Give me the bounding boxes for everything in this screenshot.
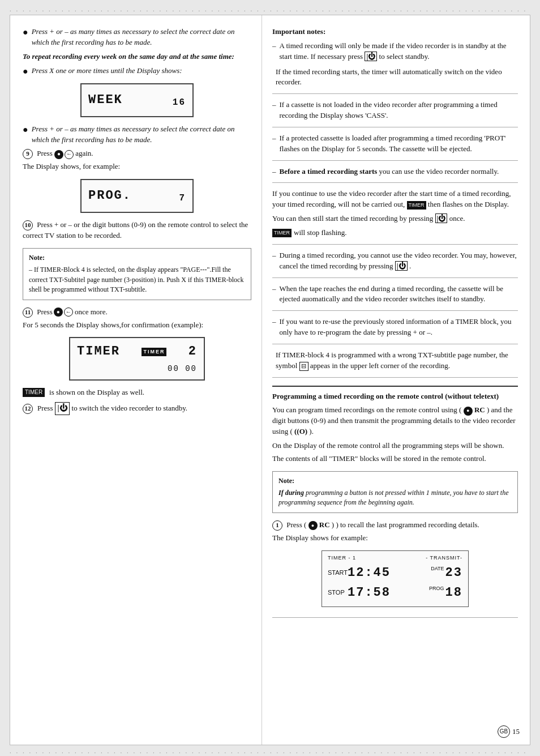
note-box-2: Note: If during programming a button is … [272, 471, 518, 513]
dash-9-text: If TIMER-block 4 is programmed with a wr… [276, 350, 518, 371]
timer-shown-line: TIMER is shown on the Display as well. [23, 387, 251, 398]
note-text-2: If during programming a button is not pr… [278, 488, 512, 508]
dash-1-text: A timed recording will only be made if t… [280, 41, 518, 62]
prog-display-num: 7 [179, 192, 186, 207]
dash-3-text: If a cassette is not loaded in the video… [280, 100, 518, 121]
page-footer: GB 15 [498, 725, 520, 738]
timer-shown-text: is shown on the Display as well. [49, 387, 144, 398]
bullet-1-icon: ● [23, 27, 28, 37]
step1-rc-text: Press ( ● RC ) ) to recall the last prog… [286, 520, 479, 529]
dash-item-7: – When the tape reaches the end during a… [272, 284, 518, 305]
rc-stop-label: STOP [328, 588, 348, 597]
step12-text: to switch the video recorder to standby. [72, 403, 188, 414]
prog-display-box: PROG. 7 [80, 179, 194, 213]
important-notes-title: Important notes: [272, 27, 518, 37]
week-display-text: WEEK [88, 91, 123, 109]
note-title-2: Note: [278, 476, 512, 486]
timer-badge-inline-1: TIMER [407, 201, 426, 210]
timer-num-display: 2 [188, 343, 197, 361]
timer-shown-badge: TIMER [23, 388, 45, 398]
step9-buttons: ● ← [54, 150, 74, 159]
rc-stop-row: STOP 17:58 PROG 18 [328, 584, 462, 602]
page-number: 15 [512, 727, 520, 737]
step9-line: 9 Press ● ← again. [23, 148, 251, 159]
dash-item-3: – If a cassette is not loaded in the vid… [272, 100, 518, 121]
bold-italic-line: To repeat recording every week on the sa… [23, 52, 251, 62]
step9-display-label: The Display shows, for example: [23, 161, 251, 172]
dash-item-5: – Before a timed recording starts you ca… [272, 166, 518, 177]
note-text-1: – If TIMER-Block 4 is selected, on the d… [29, 265, 245, 294]
step9-circle: 9 [23, 149, 33, 159]
power-icon: |⏻ [55, 402, 69, 415]
bullet-item-1: ● Press + or – as many times as necessar… [23, 27, 251, 48]
bullet-3-text: Press + or – as many times as necessary … [32, 124, 251, 146]
note-title-1: Note: [29, 253, 245, 263]
step10-text: Press + or – or the digit buttons (0-9) … [23, 220, 248, 240]
dash-item-9: If TIMER-block 4 is programmed with a wr… [272, 350, 518, 371]
rc-top-bar: TIMER - 1 - TRANSMIT- [328, 554, 462, 562]
divider-3 [272, 160, 518, 161]
dash-6-text: During a timed recording, you cannot use… [280, 250, 518, 272]
left-arrow-icon-2: ← [64, 307, 73, 317]
timer-dots-display: 00 00 [168, 363, 197, 374]
prog-display-text: PROG. [88, 187, 131, 205]
para-1-block: If you continue to use the video recorde… [272, 189, 518, 210]
step12-line: 12 Press |⏻ to switch the video recorder… [23, 402, 251, 415]
timer-display-box: TIMER TIMER 2 00 00 [69, 337, 205, 380]
dash-5-icon: – [272, 166, 276, 177]
divider-2 [272, 127, 518, 127]
week-display-num: 16 [173, 96, 186, 112]
dash-1-icon: – [272, 41, 276, 62]
step12-circle: 12 [23, 404, 33, 414]
divider-8 [272, 344, 518, 344]
dash-item-2: If the timed recording starts, the timer… [272, 67, 518, 88]
prog-para-2: On the Display of the remote control all… [272, 441, 518, 451]
step1-rc-line: 1 Press ( ● RC ) ) to recall the last pr… [272, 520, 518, 531]
step11-circle: 11 [23, 307, 33, 318]
note-box-1: Note: – If TIMER-Block 4 is selected, on… [23, 248, 251, 300]
bullet-item-3: ● Press + or – as many times as necessar… [23, 124, 251, 146]
timer-main-display: TIMER TIMER 2 [77, 343, 197, 361]
step11-text: once more. [75, 307, 108, 316]
top-decoration: . . . . . . . . . . . . . . . . . . . . … [10, 6, 530, 12]
rc-prog-label: PROG [429, 585, 444, 592]
rc-stop-time: 17:58 [348, 584, 429, 602]
rc-start-row: START 12:45 DATE 23 [328, 564, 462, 582]
dash-8-icon: – [272, 317, 276, 338]
divider-1 [272, 93, 518, 94]
timer-badge-display: TIMER [142, 348, 166, 356]
dash-5-text: Before a timed recording starts you can … [280, 166, 499, 177]
step11-display-label: For 5 seconds the Display shows,for conf… [23, 320, 251, 331]
prog-para-3: The contents of all "TIMER" blocks will … [272, 454, 518, 464]
bullet-2-text: Press X one or more times until the Disp… [32, 66, 182, 76]
step10-circle: 10 [23, 220, 33, 230]
programming-section: Programming a timed recording on the rem… [272, 386, 518, 618]
gb-badge: GB [498, 725, 510, 738]
rc-display-box: TIMER - 1 - TRANSMIT- START 12:45 DATE 2… [322, 550, 469, 608]
divider-5 [272, 244, 518, 245]
dash-4-icon: – [272, 133, 276, 155]
bullet-item-2: ● Press X one or more times until the Di… [23, 66, 251, 76]
left-column: ● Press + or – as many times as necessar… [10, 15, 262, 745]
rc-start-time: 12:45 [348, 564, 431, 582]
week-display-box: WEEK 16 [80, 83, 194, 117]
right-column: Important notes: – A timed recording wil… [262, 15, 528, 745]
power-icon-2: |⏻ [365, 52, 377, 61]
power-icon-3: |⏻ [435, 213, 448, 223]
para-2c-block: TIMER will stop flashing. [272, 228, 518, 238]
rc-prog-value: 18 [445, 584, 462, 602]
bullet-1-text: Press + or – as many times as necessary … [32, 27, 251, 48]
dash-item-6: – During a timed recording, you cannot u… [272, 250, 518, 272]
left-arrow-icon: ← [65, 150, 74, 159]
dash-6-icon: – [272, 250, 276, 272]
dash-4-text: If a protected cassette is loaded after … [280, 133, 518, 155]
dash-item-8: – If you want to re-use the previously s… [272, 317, 518, 338]
step9-text: Press [37, 149, 54, 157]
divider-9 [272, 377, 518, 378]
step1-display-label: The Display shows for example: [272, 533, 518, 544]
rc-transmit-label: - TRANSMIT- [426, 554, 462, 562]
enter-icon-2: ● [54, 307, 63, 317]
symbol-icon: ⊟ [299, 362, 308, 371]
enter-icon: ● [54, 150, 63, 159]
programming-title: Programming a timed recording on the rem… [272, 391, 518, 402]
